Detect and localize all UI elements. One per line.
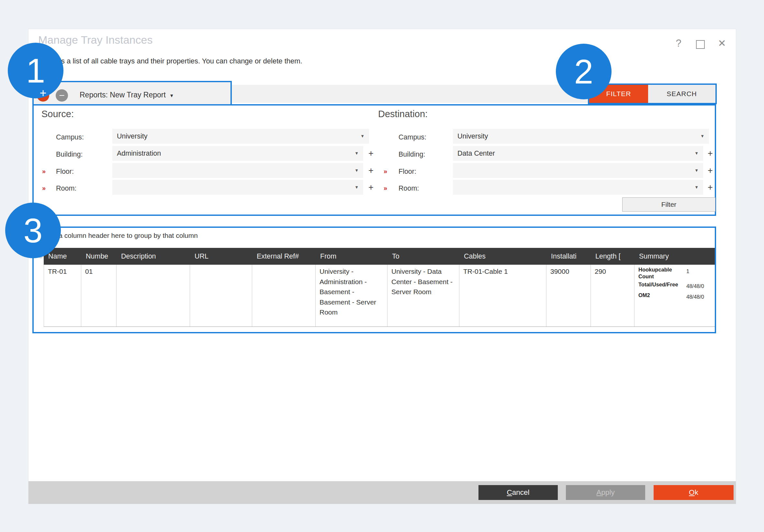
source-heading: Source:: [42, 109, 74, 119]
add-report-plus-icon: +: [33, 84, 53, 103]
source-building-label: Building:: [56, 150, 83, 159]
add-building-icon[interactable]: +: [708, 146, 713, 161]
destination-heading: Destination:: [378, 109, 428, 119]
summary-line: Total/Used/Free 48/48/0: [639, 281, 711, 290]
cell-to: University - Data Center - Basement - Se…: [388, 265, 460, 326]
dialog-subtitle: Below is a list of all cable trays and t…: [38, 57, 302, 65]
summary-value: 48/48/0: [686, 292, 704, 301]
destination-room-select[interactable]: ▼: [453, 180, 703, 195]
dropdown-arrow-icon: ▼: [694, 163, 698, 178]
mode-toggle-group: FILTER SEARCH: [588, 84, 717, 104]
summary-label: OM2: [639, 292, 686, 301]
source-building-select[interactable]: Administration ▼: [112, 146, 363, 161]
close-icon[interactable]: ✕: [715, 38, 728, 49]
dropdown-arrow-icon: ▼: [700, 129, 704, 144]
destination-campus-label: Campus:: [399, 133, 426, 141]
cell-cables: TR-01-Cable 1: [460, 265, 546, 326]
column-header-installation[interactable]: Installati: [546, 248, 591, 265]
summary-label: Total/Used/Free: [639, 281, 686, 290]
column-header-summary[interactable]: Summary: [635, 248, 715, 265]
manage-tray-instances-dialog: Manage Tray Instances ? ✕ Below is a lis…: [29, 29, 736, 504]
column-header-length[interactable]: Length [: [591, 248, 635, 265]
summary-value: 48/48/0: [686, 281, 704, 290]
column-header-number[interactable]: Numbe: [81, 248, 116, 265]
source-campus-select[interactable]: University ▼: [112, 129, 369, 144]
destination-room-label: Room:: [399, 184, 419, 193]
column-header-external-ref[interactable]: External Ref#: [252, 248, 316, 265]
add-floor-icon[interactable]: +: [708, 163, 713, 178]
cell-name: TR-01: [44, 265, 81, 326]
source-room-label: Room:: [56, 184, 77, 193]
summary-value: 1: [686, 266, 689, 279]
destination-building-label: Building:: [399, 150, 425, 159]
cell-installation: 39000: [546, 265, 591, 326]
add-room-icon[interactable]: +: [368, 180, 374, 195]
callout-badge-3: 3: [5, 203, 61, 258]
add-floor-icon[interactable]: +: [368, 163, 374, 178]
apply-button[interactable]: Apply: [566, 485, 645, 500]
remove-report-button[interactable]: −: [56, 89, 68, 101]
tray-table-region: Drag a column header here to group by th…: [32, 227, 716, 333]
callout-badge-2: 2: [556, 44, 612, 99]
summary-line: OM2 48/48/0: [639, 292, 711, 301]
cell-external-ref: [252, 265, 316, 326]
destination-building-select[interactable]: Data Center ▼: [453, 146, 703, 161]
cell-length: 290: [591, 265, 635, 326]
source-campus-label: Campus:: [56, 133, 84, 141]
group-by-drop-zone[interactable]: Drag a column header here to group by th…: [42, 232, 198, 240]
cancel-button[interactable]: Cancel: [478, 485, 558, 500]
dropdown-arrow-icon: ▼: [360, 129, 364, 144]
dropdown-arrow-icon: ▼: [694, 180, 698, 195]
required-marker-icon: »: [384, 184, 387, 192]
cell-summary: Hookupcable Count 1 Total/Used/Free 48/4…: [635, 265, 715, 326]
source-campus-value: University: [117, 129, 147, 144]
column-header-description[interactable]: Description: [116, 248, 190, 265]
cell-number: 01: [81, 265, 116, 326]
cell-description: [116, 265, 190, 326]
desktop-background: Manage Tray Instances ? ✕ Below is a lis…: [0, 0, 764, 532]
dropdown-arrow-icon: ▼: [354, 163, 359, 178]
source-room-select[interactable]: ▼: [112, 180, 363, 195]
search-mode-button[interactable]: SEARCH: [648, 85, 715, 103]
source-floor-select[interactable]: ▼: [112, 163, 363, 178]
report-selector[interactable]: Reports: New Tray Report▾: [80, 90, 173, 99]
summary-label: Hookupcable Count: [639, 266, 686, 279]
report-selector-label: Reports: New Tray Report: [80, 90, 166, 99]
required-marker-icon: »: [42, 168, 46, 175]
help-icon[interactable]: ?: [672, 38, 685, 49]
summary-line: Hookupcable Count 1: [639, 266, 711, 279]
source-building-value: Administration: [117, 146, 161, 161]
required-marker-icon: »: [42, 184, 46, 192]
add-room-icon[interactable]: +: [708, 180, 713, 195]
chevron-down-icon: ▾: [170, 92, 173, 99]
destination-campus-select[interactable]: University ▼: [453, 129, 709, 144]
ok-button[interactable]: Ok: [654, 485, 734, 500]
column-header-to[interactable]: To: [388, 248, 460, 265]
destination-floor-select[interactable]: ▼: [453, 163, 703, 178]
destination-campus-value: University: [458, 129, 488, 144]
dropdown-arrow-icon: ▼: [354, 180, 359, 195]
apply-filter-button[interactable]: Filter: [622, 197, 715, 212]
table-row[interactable]: TR-01 01 University - Administration - B…: [44, 265, 715, 327]
dropdown-arrow-icon: ▼: [694, 146, 698, 161]
column-header-url[interactable]: URL: [190, 248, 252, 265]
dialog-footer: Cancel Apply Ok: [29, 481, 736, 504]
filter-panel: Source: Destination: Campus: University …: [32, 104, 716, 216]
required-marker-icon: »: [384, 168, 387, 175]
dialog-title: Manage Tray Instances: [38, 34, 152, 46]
maximize-icon[interactable]: [696, 40, 705, 49]
cell-from: University - Administration - Basement -…: [316, 265, 388, 326]
source-floor-label: Floor:: [56, 168, 74, 176]
dropdown-arrow-icon: ▼: [354, 146, 359, 161]
destination-floor-label: Floor:: [399, 168, 416, 176]
add-building-icon[interactable]: +: [368, 146, 374, 161]
column-header-from[interactable]: From: [316, 248, 388, 265]
destination-building-value: Data Center: [458, 146, 495, 161]
column-header-cables[interactable]: Cables: [460, 248, 546, 265]
cell-url: [190, 265, 252, 326]
table-header-row: Name Numbe Description URL External Ref#…: [44, 248, 715, 265]
